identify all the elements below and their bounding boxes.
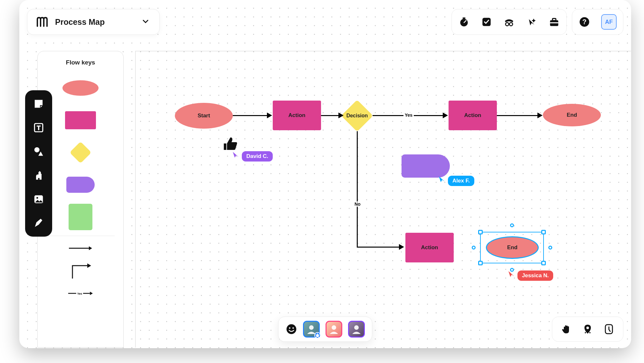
collaborator-cursor-alex: Alex F.	[438, 172, 474, 186]
arrow[interactable]	[321, 115, 340, 116]
help-icon[interactable]: ?	[579, 16, 590, 28]
cursor-label: Jessica N.	[517, 270, 553, 281]
vertical-toolbar: T	[25, 90, 52, 237]
vote-icon[interactable]	[481, 16, 492, 28]
help-user-group: ? AF	[572, 9, 623, 35]
avatar-initials: AF	[605, 19, 613, 25]
incognito-icon[interactable]	[503, 16, 515, 28]
start-node[interactable]: Start	[175, 103, 233, 129]
arrow[interactable]	[233, 115, 268, 116]
svg-point-22	[309, 325, 314, 330]
facilitation-tools	[451, 9, 567, 35]
image-tool-icon[interactable]	[32, 193, 45, 206]
shapes-tool-icon[interactable]	[32, 145, 45, 158]
app-logo-icon	[35, 15, 49, 29]
pen-tool-icon[interactable]	[32, 217, 45, 230]
board-title-dropdown[interactable]: Process Map	[27, 9, 160, 35]
arrow[interactable]	[357, 131, 358, 247]
text-tool-icon[interactable]: T	[32, 121, 45, 134]
panel-separator	[46, 236, 115, 236]
collaborator-cursor-jessica: Jessica N.	[508, 267, 553, 281]
edge-label-no: No	[353, 201, 362, 207]
app-window: Process Map ?	[19, 0, 631, 348]
arrow-head-icon	[443, 113, 448, 118]
cursor-label: Alex F.	[448, 176, 474, 186]
sticky-note-tool-icon[interactable]	[32, 97, 45, 110]
svg-point-20	[289, 327, 290, 329]
svg-text:T: T	[37, 124, 41, 131]
svg-point-27	[589, 332, 591, 333]
flowkey-elbow-arrow[interactable]	[38, 258, 123, 284]
map-pin-icon[interactable]	[582, 323, 593, 335]
collaborator-avatar-3[interactable]	[348, 321, 365, 338]
svg-point-4	[509, 23, 513, 26]
decision-node[interactable]: Decision	[342, 100, 373, 131]
arrow-head-icon	[338, 113, 344, 118]
svg-rect-7	[550, 22, 558, 23]
svg-point-19	[287, 324, 296, 334]
end-node-selected[interactable]: End	[486, 236, 539, 259]
navigation-tools	[552, 317, 623, 342]
svg-rect-1	[463, 17, 466, 19]
board-title: Process Map	[55, 17, 105, 27]
svg-point-24	[354, 325, 359, 330]
flowkey-labeled-arrow[interactable]: Yes	[38, 284, 123, 303]
chevron-down-icon	[143, 19, 148, 25]
arrow[interactable]	[497, 115, 538, 116]
arrow-head-icon	[537, 113, 543, 118]
svg-point-21	[292, 327, 294, 329]
user-avatar[interactable]: AF	[601, 14, 617, 30]
flow-keys-title: Flow keys	[66, 59, 95, 66]
collaborator-avatar-1[interactable]	[303, 321, 320, 338]
arrow-head-icon	[399, 244, 404, 250]
end-node-1[interactable]: End	[543, 104, 601, 126]
diagram-canvas[interactable]: Start Action Decision Action End Action …	[135, 51, 631, 348]
svg-rect-6	[553, 18, 556, 20]
cursor-label: David C.	[242, 151, 273, 162]
edge-label-yes: Yes	[403, 113, 414, 118]
facilitator-star-icon	[314, 332, 321, 338]
hand-tool-icon[interactable]	[561, 323, 572, 335]
collaborator-cursor-david: David C.	[232, 148, 273, 162]
collaborator-avatar-2[interactable]	[326, 321, 342, 338]
svg-point-12	[34, 147, 39, 152]
suitcase-icon[interactable]	[548, 16, 560, 28]
reactions-icon[interactable]	[286, 323, 297, 335]
llama-tool-icon[interactable]	[32, 169, 45, 182]
action-node-2[interactable]: Action	[449, 101, 497, 130]
arrow[interactable]	[357, 247, 400, 248]
svg-point-14	[36, 197, 38, 199]
svg-point-26	[585, 332, 586, 333]
action-node-1[interactable]: Action	[273, 101, 321, 130]
svg-text:?: ?	[582, 18, 587, 26]
top-right-controls: ? AF	[451, 9, 623, 35]
svg-point-3	[506, 23, 509, 26]
cursor-sparkle-icon[interactable]	[526, 16, 537, 28]
arrow-head-icon	[267, 113, 272, 118]
collaborators-bar	[278, 317, 372, 342]
svg-text:Yes: Yes	[77, 292, 82, 295]
svg-point-23	[332, 325, 336, 330]
flowkey-straight-arrow[interactable]	[38, 239, 123, 258]
tap-gesture-icon[interactable]	[603, 323, 615, 335]
action-node-3[interactable]: Action	[405, 233, 454, 262]
svg-point-25	[586, 327, 589, 329]
timer-icon[interactable]	[458, 16, 470, 28]
